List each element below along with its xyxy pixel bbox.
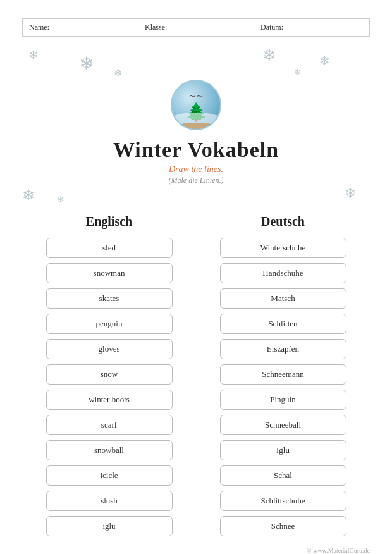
snowflake-icon: ❄ [79, 53, 94, 74]
header-fields: Name: Klasse: Datum: [22, 18, 370, 37]
english-word-box: winter boots [46, 390, 173, 410]
german-word-box: Winterschuhe [220, 238, 346, 258]
german-word-box: Handschuhe [220, 263, 346, 283]
snowflake-icon: ❄ [57, 194, 64, 205]
english-word-box: slush [46, 491, 173, 511]
english-word-box: sled [46, 238, 173, 258]
snowflake-icon: ❄ [114, 67, 122, 79]
klasse-label: Klasse: [145, 23, 167, 32]
snowflake-middle-area: ❄ ❄ ❄ [9, 185, 383, 204]
german-word-box: Matsch [220, 288, 346, 309]
german-word-box: Schneemann [220, 364, 346, 385]
german-header: Deutsch [261, 214, 305, 229]
english-header: Englisch [86, 214, 132, 229]
snowflake-icon: ❄ [28, 48, 38, 62]
english-word-box: scarf [46, 415, 173, 435]
english-word-box: snowman [46, 263, 173, 283]
german-word-box: Schlitten [220, 314, 346, 334]
german-word-box: Schal [220, 465, 346, 486]
subtitle-draw: Draw the lines. [9, 164, 383, 175]
german-words-list: WinterschuheHandschuheMatschSchlittenEis… [220, 238, 346, 541]
english-words-list: sledsnowmanskatespenguinglovessnowwinter… [46, 238, 173, 541]
snowflake-icon: ❄ [22, 187, 35, 204]
english-word-box: snowball [46, 440, 173, 460]
snowflake-icon: ❄ [319, 53, 330, 68]
name-field: Name: [23, 19, 138, 36]
german-column: Deutsch WinterschuheHandschuheMatschSchl… [196, 214, 370, 541]
german-word-box: Schlittschuhe [220, 491, 346, 511]
klasse-field: Klasse: [138, 19, 254, 36]
german-word-box: Eiszapfen [220, 339, 346, 359]
english-word-box: iglu [46, 516, 173, 536]
page-title: Winter Vokabeln [9, 138, 383, 162]
snowflake-icon: ❄ [262, 46, 276, 65]
subtitle-male: (Male die Linien.) [9, 176, 383, 185]
english-word-box: skates [46, 288, 173, 309]
globe-birds: 〜 〜 [189, 92, 204, 101]
english-word-box: gloves [46, 339, 173, 359]
english-word-box: penguin [46, 314, 173, 334]
globe-base [183, 123, 209, 129]
datum-field: Datum: [254, 19, 369, 36]
snow-globe: 〜 〜 🌲 [171, 80, 221, 130]
german-word-box: Schneeball [220, 415, 346, 435]
snowflake-icon: ❄ [294, 67, 302, 78]
english-word-box: icicle [46, 465, 173, 486]
globe-decoration: 〜 〜 🌲 [9, 80, 383, 133]
english-column: Englisch sledsnowmanskatespenguinglovess… [22, 214, 196, 541]
vocabulary-columns: Englisch sledsnowmanskatespenguinglovess… [22, 214, 370, 541]
snowflake-icon: ❄ [345, 185, 356, 202]
german-word-box: Pinguin [220, 390, 346, 410]
footer-credit: © www.MaterialGuru.de [307, 547, 370, 554]
english-word-box: snow [46, 364, 173, 385]
name-label: Name: [29, 23, 49, 32]
german-word-box: Iglu [220, 440, 346, 460]
snowflake-top-area: ❄ ❄ ❄ ❄ ❄ ❄ [9, 42, 383, 80]
german-word-box: Schnee [220, 516, 346, 536]
datum-label: Datum: [260, 23, 283, 32]
